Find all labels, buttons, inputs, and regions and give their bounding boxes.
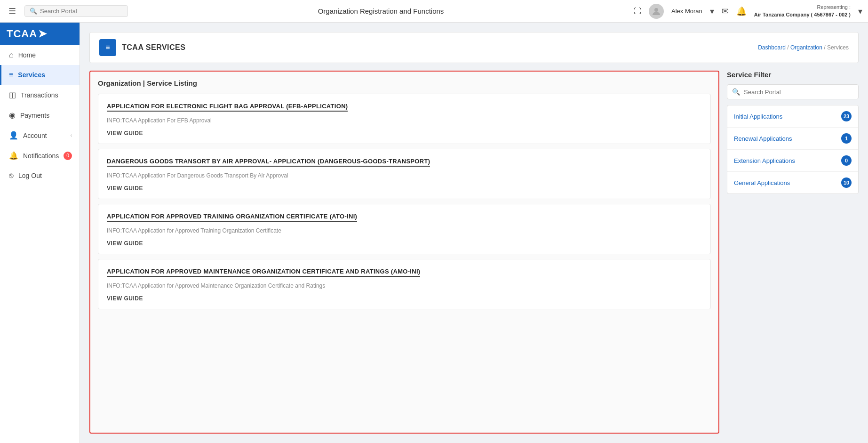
filter-badge: 23 [841,111,852,121]
header-title: Organization Registration and Functions [134,7,628,15]
filter-item-label: Initial Applications [734,113,782,120]
service-card-title: APPLICATION FOR ELECTRONIC FLIGHT BAG AP… [107,103,348,112]
filter-panel: Service Filter 🔍 Initial Applications 23… [727,71,859,434]
service-card-title: APPLICATION FOR APPROVED MAINTENANCE ORG… [107,268,420,277]
representing-value: Air Tanzania Company ( 4567867 - 002 ) [754,11,851,18]
sidebar-item-label: Notifications [23,152,59,160]
page-header-left: ≡ TCAA SERVICES [99,39,185,56]
sidebar-item-label: Services [18,71,45,79]
filter-search-box: 🔍 [727,84,859,99]
page-title: TCAA SERVICES [122,43,185,52]
breadcrumb: Dashboard / Organization / Services [758,44,849,51]
sidebar-item-payments[interactable]: ◉ Payments [0,105,80,125]
service-card: DANGEROUS GOODS TRANSORT BY AIR APPROVAL… [98,149,711,199]
notifications-nav-icon: 🔔 [9,151,18,160]
page-icon-box: ≡ [99,39,116,56]
filter-item-general[interactable]: General Applications 10 [727,172,858,193]
sidebar-item-account[interactable]: 👤 Account ‹ [0,125,80,145]
view-guide-link[interactable]: VIEW GUIDE [107,295,143,302]
header-search-box: 🔍 [24,5,128,17]
header-right: ⛶ Alex Moran ▾ ✉ 🔔 Representing : Air Ta… [634,4,862,19]
representing-dropdown-button[interactable]: ▾ [858,6,862,16]
sidebar-item-logout[interactable]: ⎋ Log Out [0,166,80,185]
filter-list: Initial Applications 23 Renewal Applicat… [727,105,859,194]
view-guide-link[interactable]: VIEW GUIDE [107,130,143,137]
filter-search-input[interactable] [744,89,853,96]
sidebar-item-notifications[interactable]: 🔔 Notifications 0 [0,145,80,166]
representing-label: Representing : [754,4,851,11]
transactions-icon: ◫ [9,90,16,99]
mail-button[interactable]: ✉ [722,6,729,16]
account-icon: 👤 [9,131,18,140]
view-guide-link[interactable]: VIEW GUIDE [107,240,143,247]
header-search-input[interactable] [40,8,123,15]
notifications-badge: 0 [64,152,72,160]
app-layout: TCAA ➤ ⌂ Home ≡ Services ◫ Transactions … [0,23,868,443]
service-card-title: APPLICATION FOR APPROVED TRAINING ORGANI… [107,213,357,222]
content-row: Organization | Service Listing APPLICATI… [89,71,859,434]
filter-item-extension[interactable]: Extension Applications 0 [727,150,858,172]
filter-badge: 1 [841,133,852,144]
service-card-info: INFO:TCAA Application For Dangerous Good… [107,172,702,179]
logout-icon: ⎋ [9,171,14,180]
sidebar-item-transactions[interactable]: ◫ Transactions [0,85,80,105]
page-icon: ≡ [105,43,110,52]
page-header-card: ≡ TCAA SERVICES Dashboard / Organization… [89,32,859,63]
filter-title: Service Filter [727,71,859,79]
notifications-button[interactable]: 🔔 [736,6,747,16]
svg-point-0 [654,8,658,12]
sidebar-item-label: Log Out [18,172,42,179]
view-guide-link[interactable]: VIEW GUIDE [107,185,143,192]
breadcrumb-organization[interactable]: Organization [790,44,822,51]
filter-item-label: General Applications [734,179,790,186]
service-card-info: INFO:TCAA Application for Approved Maint… [107,282,702,289]
filter-item-initial[interactable]: Initial Applications 23 [727,105,858,128]
service-card-info: INFO:TCAA Application for Approved Train… [107,227,702,234]
services-icon: ≡ [9,71,13,79]
hamburger-button[interactable]: ☰ [6,4,19,18]
account-chevron-icon: ‹ [71,133,72,138]
service-card-info: INFO:TCAA Application For EFB Approval [107,117,702,124]
sidebar-item-label: Home [18,51,36,59]
breadcrumb-services: Services [827,44,849,51]
sidebar-item-label: Transactions [21,91,58,99]
service-card: APPLICATION FOR APPROVED MAINTENANCE ORG… [98,259,711,309]
service-listing-panel: Organization | Service Listing APPLICATI… [89,71,719,434]
representing-chevron-icon: ▾ [858,7,862,16]
user-name: Alex Moran [671,8,702,15]
service-card-title: DANGEROUS GOODS TRANSORT BY AIR APPROVAL… [107,158,430,167]
user-dropdown-button[interactable]: ▾ [710,6,714,16]
sidebar-item-label: Account [23,132,47,139]
filter-item-renewal[interactable]: Renewal Applications 1 [727,128,858,150]
panel-heading: Organization | Service Listing [98,79,711,87]
breadcrumb-sep-2: / [824,44,827,51]
filter-item-label: Extension Applications [734,157,795,164]
header-search-icon: 🔍 [30,8,37,15]
sidebar: TCAA ➤ ⌂ Home ≡ Services ◫ Transactions … [0,23,80,443]
sidebar-item-home[interactable]: ⌂ Home [0,45,80,65]
avatar [649,4,664,19]
chevron-down-icon: ▾ [710,7,714,16]
sidebar-item-services[interactable]: ≡ Services [0,65,80,85]
filter-search-icon: 🔍 [732,88,740,96]
logo-text: TCAA [7,28,37,40]
home-icon: ⌂ [9,51,14,59]
service-card: APPLICATION FOR ELECTRONIC FLIGHT BAG AP… [98,94,711,144]
representing-info: Representing : Air Tanzania Company ( 45… [754,4,851,18]
payments-icon: ◉ [9,111,16,120]
logo-arrow-icon: ➤ [38,28,47,40]
breadcrumb-dashboard[interactable]: Dashboard [758,44,786,51]
top-header: ☰ 🔍 Organization Registration and Functi… [0,0,868,23]
fullscreen-button[interactable]: ⛶ [634,7,641,16]
breadcrumb-sep-1: / [787,44,790,51]
service-card: APPLICATION FOR APPROVED TRAINING ORGANI… [98,204,711,254]
main-content: ≡ TCAA SERVICES Dashboard / Organization… [80,23,868,443]
filter-item-label: Renewal Applications [734,135,792,142]
filter-badge: 10 [841,177,852,188]
filter-badge: 0 [841,155,852,166]
sidebar-logo: TCAA ➤ [0,23,80,45]
sidebar-item-label: Payments [20,112,49,119]
